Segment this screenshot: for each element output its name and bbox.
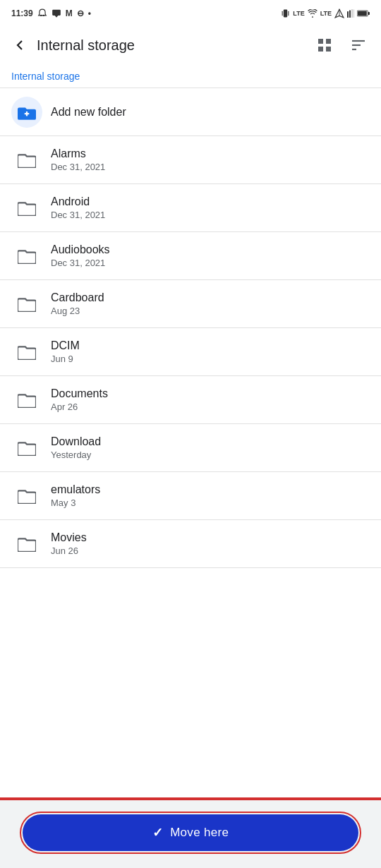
move-here-border: ✓ Move here <box>20 812 361 854</box>
list-item[interactable]: Cardboard Aug 23 <box>0 280 381 328</box>
svg-rect-17 <box>326 39 331 44</box>
list-item[interactable]: Android Dec 31, 2021 <box>0 184 381 232</box>
svg-rect-18 <box>318 47 323 52</box>
signal-icon <box>334 8 344 18</box>
folder-name: Cardboard <box>51 291 104 304</box>
folder-date: Aug 23 <box>51 306 104 316</box>
move-here-label: Move here <box>170 826 229 840</box>
folder-date: Apr 26 <box>51 402 108 412</box>
folder-icon <box>18 248 36 264</box>
folder-name: Download <box>51 435 101 448</box>
back-button[interactable] <box>6 31 34 59</box>
battery-icon <box>357 9 370 18</box>
folder-name: DCIM <box>51 339 80 352</box>
msg-icon <box>52 8 61 18</box>
svg-rect-14 <box>368 12 370 15</box>
folder-date: Dec 31, 2021 <box>51 258 110 268</box>
folder-icon-wrap <box>11 385 42 416</box>
lte2-icon: LTE <box>320 10 332 17</box>
snapchat-icon <box>37 8 47 18</box>
gmail-icon: M <box>66 8 73 18</box>
folder-icon-wrap <box>11 337 42 368</box>
svg-rect-16 <box>318 39 323 44</box>
time-display: 11:39 <box>11 8 33 18</box>
app-bar: Internal storage <box>0 25 381 65</box>
svg-rect-12 <box>353 9 354 18</box>
svg-point-1 <box>43 15 44 16</box>
folder-icon <box>18 440 36 456</box>
status-left: 11:39 M ⊖ • <box>11 8 91 18</box>
list-item[interactable]: DCIM Jun 9 <box>0 328 381 376</box>
folder-name: Android <box>51 195 105 208</box>
list-item[interactable]: Movies Jun 26 <box>0 520 381 568</box>
svg-rect-5 <box>282 11 283 16</box>
bottom-action-bar: ✓ Move here <box>0 799 381 868</box>
folder-date: Dec 31, 2021 <box>51 162 105 172</box>
wifi-icon <box>308 9 318 18</box>
folder-name: emulators <box>51 483 100 496</box>
folder-date: May 3 <box>51 498 100 508</box>
list-item[interactable]: Add new folder <box>0 88 381 136</box>
lte-icon: LTE <box>293 10 304 17</box>
folder-name: Documents <box>51 387 108 400</box>
folder-icon-wrap <box>11 193 42 224</box>
folder-name: Alarms <box>51 147 105 160</box>
svg-rect-19 <box>326 47 331 52</box>
folder-name: Audiobooks <box>51 243 110 256</box>
folder-icon <box>18 344 36 360</box>
signal2-icon <box>347 8 354 18</box>
list-item[interactable]: Audiobooks Dec 31, 2021 <box>0 232 381 280</box>
dot-icon: • <box>88 8 91 18</box>
folder-icon-wrap <box>11 433 42 464</box>
vibrate-icon <box>281 8 290 19</box>
breadcrumb[interactable]: Internal storage <box>0 65 381 88</box>
status-bar: 11:39 M ⊖ • LTE <box>0 0 381 25</box>
sort-button[interactable] <box>344 31 373 59</box>
folder-name: Movies <box>51 531 87 544</box>
folder-date: Jun 26 <box>51 545 87 556</box>
grid-icon <box>316 37 333 54</box>
block-icon: ⊖ <box>77 8 84 18</box>
folder-date: Jun 9 <box>51 354 80 364</box>
list-item[interactable]: Documents Apr 26 <box>0 376 381 424</box>
folder-icon <box>18 152 36 168</box>
folder-date: Dec 31, 2021 <box>51 210 105 220</box>
back-arrow-icon <box>11 37 28 54</box>
svg-rect-15 <box>358 11 367 16</box>
folder-icon <box>18 296 36 312</box>
folder-icon-wrap <box>11 481 42 512</box>
folder-icon <box>18 200 36 216</box>
status-right: LTE LTE <box>281 8 370 19</box>
svg-point-0 <box>40 15 41 16</box>
add-folder-icon <box>18 104 36 120</box>
folder-icon-wrap <box>11 289 42 320</box>
folder-list: Add new folder Alarms Dec 31, 2021 Andro… <box>0 88 381 568</box>
folder-icon-wrap <box>11 529 42 560</box>
add-folder-icon-wrap <box>11 97 42 128</box>
folder-name: Add new folder <box>51 106 126 119</box>
folder-icon <box>18 536 36 552</box>
folder-icon <box>18 488 36 504</box>
svg-rect-2 <box>52 10 61 16</box>
check-icon: ✓ <box>152 825 163 840</box>
folder-date: Yesterday <box>51 450 101 460</box>
folder-icon-wrap <box>11 241 42 272</box>
svg-rect-10 <box>349 11 351 18</box>
list-item[interactable]: Alarms Dec 31, 2021 <box>0 136 381 184</box>
folder-icon <box>18 392 36 408</box>
svg-rect-4 <box>284 10 287 18</box>
grid-view-button[interactable] <box>310 31 339 59</box>
svg-rect-6 <box>289 11 289 16</box>
svg-rect-9 <box>347 11 349 18</box>
sort-icon <box>350 37 367 54</box>
app-bar-title: Internal storage <box>37 37 310 54</box>
move-here-button[interactable]: ✓ Move here <box>23 814 358 851</box>
list-item[interactable]: emulators May 3 <box>0 472 381 520</box>
svg-rect-11 <box>351 9 353 18</box>
list-item[interactable]: Download Yesterday <box>0 424 381 472</box>
svg-marker-3 <box>54 16 58 18</box>
app-bar-actions <box>310 31 373 59</box>
folder-icon-wrap <box>11 145 42 176</box>
